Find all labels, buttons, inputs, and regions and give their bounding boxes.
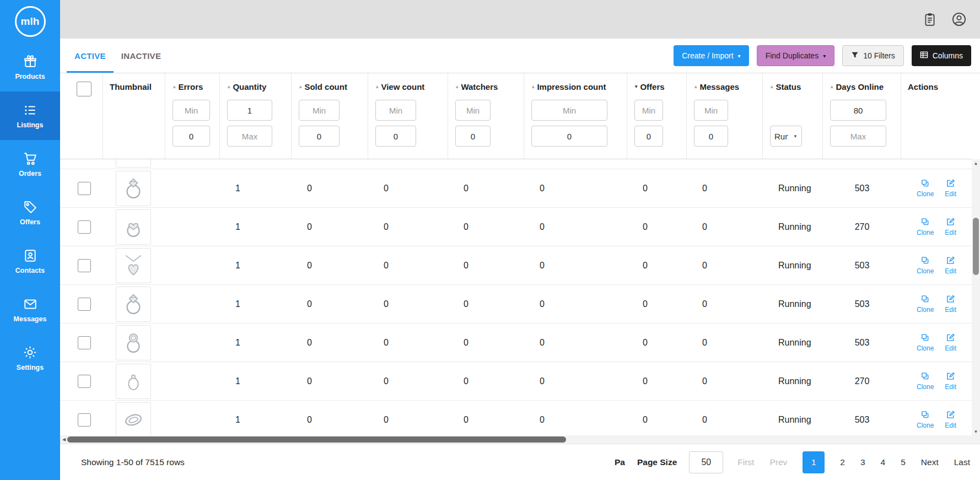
filter-min-messages[interactable] bbox=[694, 100, 728, 121]
filter-max-messages[interactable] bbox=[694, 126, 728, 147]
cell-view: 0 bbox=[368, 376, 448, 386]
tab-active[interactable]: ACTIVE bbox=[67, 39, 114, 73]
row-checkbox[interactable] bbox=[78, 413, 91, 427]
cell-messages: 0 bbox=[687, 184, 763, 193]
filter-max-offers[interactable] bbox=[634, 126, 663, 147]
copy-icon bbox=[921, 372, 929, 382]
column-sort-days-online[interactable]: ▲Days Online bbox=[823, 80, 901, 93]
column-label: View count bbox=[381, 82, 424, 91]
filter-min-days-online[interactable] bbox=[830, 100, 886, 121]
page-last[interactable]: Last bbox=[954, 457, 970, 467]
thumbnail-cell bbox=[103, 325, 165, 360]
row-checkbox[interactable] bbox=[78, 375, 91, 388]
tab-inactive[interactable]: INACTIVE bbox=[114, 39, 169, 73]
filter-min-impression-count[interactable] bbox=[531, 100, 607, 121]
filters-button[interactable]: 10 Filters bbox=[842, 45, 904, 66]
column-sort-view-count[interactable]: ▲View count bbox=[368, 80, 448, 93]
edit-button[interactable]: Edit bbox=[945, 333, 956, 352]
page-3[interactable]: 3 bbox=[860, 457, 865, 467]
column-sort-impression-count[interactable]: ▲Impression count bbox=[524, 80, 627, 93]
edit-button[interactable]: Edit bbox=[945, 179, 956, 198]
columns-button[interactable]: Columns bbox=[912, 45, 971, 66]
clone-button[interactable]: Clone bbox=[917, 218, 934, 236]
sidebar-item-settings[interactable]: Settings bbox=[0, 334, 60, 382]
horizontal-scrollbar-thumb[interactable] bbox=[67, 436, 566, 443]
filter-max-days-online[interactable] bbox=[830, 126, 886, 147]
filter-max-sold-count[interactable] bbox=[299, 126, 340, 147]
filter-min-watchers[interactable] bbox=[455, 100, 491, 121]
edit-label: Edit bbox=[945, 422, 956, 429]
sidebar-item-offers[interactable]: Offers bbox=[0, 188, 60, 237]
row-checkbox[interactable] bbox=[78, 182, 91, 195]
column-sort-sold-count[interactable]: ▲Sold count bbox=[292, 80, 368, 93]
row-checkbox[interactable] bbox=[78, 220, 91, 234]
page-2[interactable]: 2 bbox=[840, 457, 845, 467]
scroll-down-arrow-icon[interactable]: ▼ bbox=[972, 428, 980, 435]
clone-button[interactable]: Clone bbox=[917, 411, 934, 429]
cell-impressions: 0 bbox=[524, 338, 627, 348]
cell-sold: 0 bbox=[292, 184, 368, 193]
filter-max-view-count[interactable] bbox=[375, 126, 416, 147]
sidebar-item-label: Settings bbox=[17, 364, 44, 371]
sidebar-item-label: Offers bbox=[20, 218, 40, 226]
filter-max-impression-count[interactable] bbox=[531, 126, 607, 147]
page-1[interactable]: 1 bbox=[803, 451, 825, 473]
filter-min-offers[interactable] bbox=[634, 100, 663, 121]
sidebar-item-products[interactable]: Products bbox=[0, 43, 60, 91]
edit-button[interactable]: Edit bbox=[945, 256, 956, 275]
sidebar-item-orders[interactable]: Orders bbox=[0, 140, 60, 188]
clipboard-icon[interactable] bbox=[923, 12, 937, 26]
clone-button[interactable]: Clone bbox=[917, 295, 934, 314]
edit-button[interactable]: Edit bbox=[945, 295, 956, 314]
sidebar-item-messages[interactable]: Messages bbox=[0, 285, 60, 334]
create-import-button[interactable]: Create / Import ▾ bbox=[674, 45, 749, 66]
pagination: FirstPrev12345NextLast bbox=[737, 451, 970, 473]
column-sort-status[interactable]: ▲Status bbox=[763, 80, 822, 93]
page-size-input[interactable] bbox=[689, 451, 723, 473]
clone-button[interactable]: Clone bbox=[917, 372, 934, 391]
page-5[interactable]: 5 bbox=[901, 457, 906, 467]
page-4[interactable]: 4 bbox=[881, 457, 886, 467]
page-next[interactable]: Next bbox=[921, 457, 939, 467]
find-duplicates-button[interactable]: Find Duplicates ▾ bbox=[757, 45, 835, 66]
clone-button[interactable]: Clone bbox=[917, 179, 934, 198]
contact-card-icon bbox=[23, 248, 37, 263]
filter-max-quantity[interactable] bbox=[227, 126, 272, 147]
cell-impressions: 0 bbox=[524, 184, 627, 193]
edit-button[interactable]: Edit bbox=[945, 218, 956, 236]
cell-quantity: 1 bbox=[220, 184, 292, 193]
edit-button[interactable]: Edit bbox=[945, 411, 956, 429]
row-checkbox[interactable] bbox=[78, 298, 91, 311]
sidebar-item-contacts[interactable]: Contacts bbox=[0, 237, 60, 285]
filter-max-watchers[interactable] bbox=[455, 126, 491, 147]
column-sort-quantity[interactable]: ▲Quantity bbox=[220, 80, 291, 93]
cell-offers: 0 bbox=[627, 376, 687, 386]
status-filter-select[interactable]: Running▼ bbox=[770, 126, 802, 147]
clone-label: Clone bbox=[917, 190, 934, 198]
row-checkbox[interactable] bbox=[78, 259, 91, 272]
edit-button[interactable]: Edit bbox=[945, 372, 956, 391]
clone-button[interactable]: Clone bbox=[917, 256, 934, 275]
clone-button[interactable]: Clone bbox=[917, 333, 934, 352]
pencil-icon bbox=[946, 218, 955, 228]
column-sort-offers[interactable]: ▼Offers bbox=[627, 80, 686, 93]
column-sort-messages[interactable]: ▲Messages bbox=[687, 80, 762, 93]
sidebar-item-listings[interactable]: Listings bbox=[0, 91, 60, 140]
filter-max-errors[interactable] bbox=[173, 126, 210, 147]
vertical-scrollbar-thumb[interactable] bbox=[973, 218, 979, 275]
row-checkbox[interactable] bbox=[78, 336, 91, 349]
filter-min-sold-count[interactable] bbox=[299, 100, 340, 121]
filter-min-quantity[interactable] bbox=[227, 100, 272, 121]
filter-min-errors[interactable] bbox=[173, 100, 210, 121]
cell-impressions: 0 bbox=[524, 299, 627, 309]
scroll-left-arrow-icon[interactable]: ◀ bbox=[60, 435, 68, 444]
account-icon[interactable] bbox=[951, 12, 967, 27]
column-sort-errors[interactable]: ▲Errors bbox=[165, 80, 219, 93]
cell-status: Running bbox=[763, 415, 823, 425]
column-sort-watchers[interactable]: ▲Watchers bbox=[448, 80, 524, 93]
edit-label: Edit bbox=[945, 344, 956, 352]
sort-asc-icon: ▲ bbox=[769, 84, 774, 89]
scroll-up-arrow-icon[interactable]: ▲ bbox=[972, 159, 980, 167]
select-all-checkbox[interactable] bbox=[77, 82, 91, 96]
filter-min-view-count[interactable] bbox=[375, 100, 416, 121]
